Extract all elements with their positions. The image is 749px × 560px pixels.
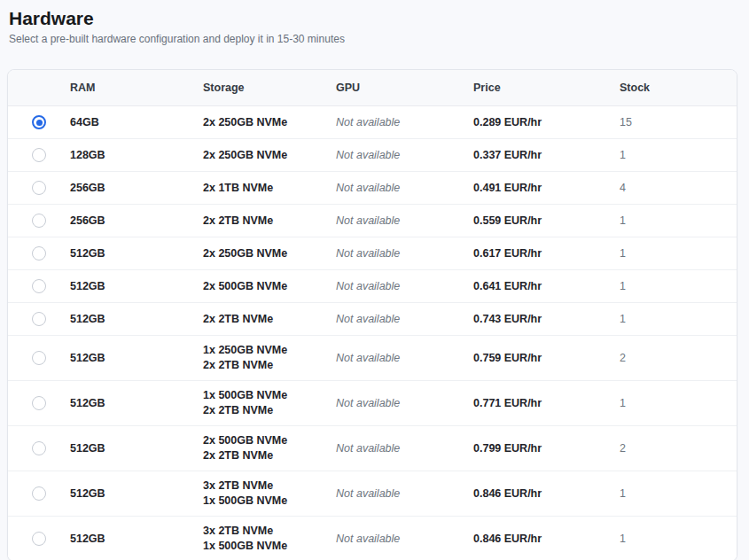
radio-cell [8,479,70,508]
cell-stock: 1 [620,272,737,301]
cell-ram: 512GB [70,434,203,463]
column-header-price: Price [473,82,620,94]
row-select-radio[interactable] [32,351,46,365]
storage-line: 2x 250GB NVMe [203,246,329,261]
row-select-radio[interactable] [32,115,46,129]
table-row[interactable]: 128GB 2x 250GB NVMe Not available 0.337 … [8,138,737,171]
cell-storage: 2x 250GB NVMe [203,239,336,268]
cell-ram: 512GB [70,389,203,418]
table-row[interactable]: 512GB 1x 500GB NVMe2x 2TB NVMe Not avail… [8,380,737,425]
cell-storage: 2x 1TB NVMe [203,174,336,203]
cell-ram: 128GB [70,141,203,170]
cell-ram: 64GB [70,108,203,137]
hardware-table-card: RAM Storage GPU Price Stock 64GB 2x 250G… [7,69,737,560]
cell-gpu: Not available [336,206,473,236]
storage-line: 3x 2TB NVMe [203,524,329,539]
row-select-radio[interactable] [32,214,46,228]
table-row[interactable]: 512GB 3x 2TB NVMe1x 500GB NVMe Not avail… [8,471,737,516]
cell-stock: 2 [620,434,737,463]
storage-line: 1x 250GB NVMe [203,343,329,358]
cell-gpu: Not available [336,479,473,509]
cell-ram: 512GB [70,525,203,554]
cell-storage: 3x 2TB NVMe1x 500GB NVMe [203,471,336,516]
cell-gpu: Not available [336,305,473,334]
row-select-radio[interactable] [32,312,46,326]
table-row[interactable]: 512GB 2x 250GB NVMe Not available 0.617 … [8,237,737,269]
cell-stock: 1 [620,479,737,509]
storage-line: 2x 2TB NVMe [203,312,329,327]
cell-ram: 512GB [70,239,203,268]
cell-gpu: Not available [336,239,473,268]
row-select-radio[interactable] [32,181,46,195]
row-select-radio[interactable] [32,246,46,261]
radio-cell [8,141,70,169]
storage-line: 2x 500GB NVMe [203,433,329,448]
cell-ram: 256GB [70,174,203,203]
storage-line: 2x 2TB NVMe [203,448,329,463]
cell-price: 0.641 EUR/hr [473,272,620,301]
cell-price: 0.759 EUR/hr [473,344,620,373]
cell-price: 0.337 EUR/hr [473,141,620,170]
row-select-radio[interactable] [32,532,46,546]
row-select-radio[interactable] [32,148,46,162]
cell-storage: 1x 250GB NVMe2x 2TB NVMe [203,336,336,380]
storage-line: 3x 2TB NVMe [203,478,329,494]
cell-gpu: Not available [336,389,473,418]
cell-price: 0.771 EUR/hr [473,389,620,418]
storage-line: 2x 1TB NVMe [203,181,329,196]
table-row[interactable]: 512GB 2x 500GB NVMe2x 2TB NVMe Not avail… [8,425,737,471]
radio-cell [8,174,70,202]
page-header: Hardware Select a pre-built hardware con… [0,0,749,46]
column-header-ram: RAM [70,82,203,94]
cell-ram: 512GB [70,272,203,301]
cell-gpu: Not available [336,434,473,463]
cell-storage: 2x 2TB NVMe [203,206,336,236]
column-header-storage: Storage [203,82,336,94]
cell-gpu: Not available [336,174,473,203]
cell-gpu: Not available [336,344,473,373]
storage-line: 2x 2TB NVMe [203,358,329,373]
radio-cell [8,389,70,417]
cell-ram: 512GB [70,305,203,334]
cell-storage: 2x 2TB NVMe [203,305,336,334]
cell-price: 0.846 EUR/hr [473,525,620,554]
table-row[interactable]: 256GB 2x 2TB NVMe Not available 0.559 EU… [8,204,737,237]
cell-gpu: Not available [336,525,473,554]
table-row[interactable]: 512GB 3x 2TB NVMe1x 500GB NVMe Not avail… [8,516,737,560]
cell-storage: 3x 2TB NVMe1x 500GB NVMe [203,517,336,560]
row-select-radio[interactable] [32,279,46,293]
row-select-radio[interactable] [32,441,46,455]
table-row[interactable]: 512GB 2x 2TB NVMe Not available 0.743 EU… [8,302,737,335]
cell-price: 0.559 EUR/hr [473,206,620,236]
cell-price: 0.743 EUR/hr [473,305,620,334]
cell-storage: 1x 500GB NVMe2x 2TB NVMe [203,381,336,425]
table-row[interactable]: 512GB 1x 250GB NVMe2x 2TB NVMe Not avail… [8,335,737,380]
storage-line: 2x 2TB NVMe [203,403,329,418]
page-subtitle: Select a pre-built hardware configuratio… [9,33,738,46]
storage-line: 2x 250GB NVMe [203,148,329,163]
cell-storage: 2x 250GB NVMe [203,141,336,170]
radio-cell [8,305,70,333]
table-row[interactable]: 64GB 2x 250GB NVMe Not available 0.289 E… [8,106,737,138]
row-select-radio[interactable] [32,396,46,410]
table-body: 64GB 2x 250GB NVMe Not available 0.289 E… [8,106,737,560]
radio-cell [8,344,70,372]
cell-gpu: Not available [336,108,473,137]
cell-storage: 2x 500GB NVMe2x 2TB NVMe [203,426,336,471]
table-row[interactable]: 512GB 2x 500GB NVMe Not available 0.641 … [8,269,737,302]
radio-cell [8,525,70,553]
cell-stock: 1 [620,525,737,554]
cell-price: 0.846 EUR/hr [473,479,620,509]
cell-storage: 2x 500GB NVMe [203,272,336,301]
cell-stock: 1 [620,206,737,236]
row-select-radio[interactable] [32,486,46,501]
table-row[interactable]: 256GB 2x 1TB NVMe Not available 0.491 EU… [8,171,737,204]
storage-line: 2x 500GB NVMe [203,279,329,294]
cell-price: 0.289 EUR/hr [473,108,620,137]
cell-price: 0.617 EUR/hr [473,239,620,268]
cell-storage: 2x 250GB NVMe [203,108,336,137]
cell-stock: 1 [620,305,737,334]
column-header-gpu: GPU [336,82,473,94]
cell-ram: 512GB [70,344,203,373]
cell-gpu: Not available [336,141,473,170]
